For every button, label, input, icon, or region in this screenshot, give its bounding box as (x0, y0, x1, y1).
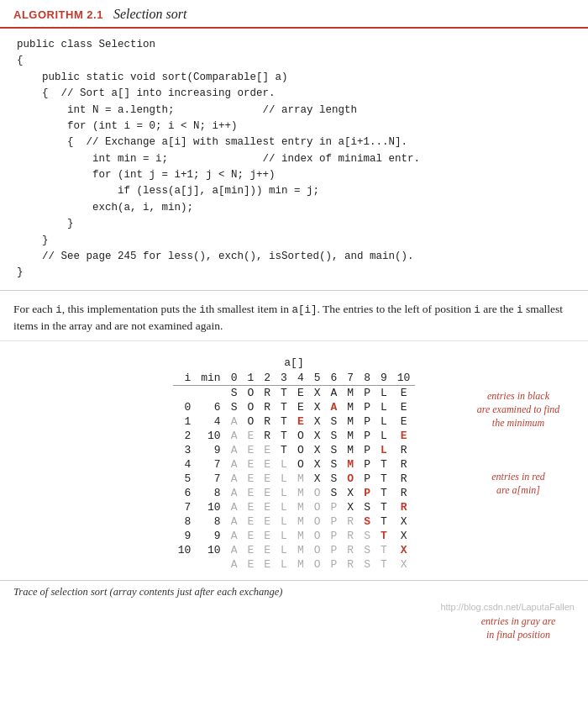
trace-section: a[] imin012345678910 SORTEXAMPLE06SORTEX… (0, 341, 588, 577)
algo-label: ALGORITHM 2.1 (13, 8, 103, 21)
table-row: AEELMOPRSTX (173, 557, 416, 572)
description: For each i, this implementation puts the… (0, 291, 588, 341)
table-row: 1010AEELMOPRSTX (173, 543, 416, 557)
table-row: 88AEELMOPRSTX (173, 514, 416, 529)
code-block: public class Selection { public static v… (0, 29, 588, 291)
table-row: 210AERTOXSMPLE (173, 429, 416, 443)
table-row: SORTEXAMPLE (173, 385, 416, 400)
table-row: 99AEELMOPRSTX (173, 529, 416, 543)
watermark: http://blog.csdn.net/LaputaFallen (0, 600, 588, 615)
trace-caption: Trace of selection sort (array contents … (0, 580, 588, 600)
table-row: 710AEELMOPXSTR (173, 500, 416, 514)
annotation-black-entries: entries in blackare examined to findthe … (464, 389, 573, 430)
table-row: 68AEELMOSXPTR (173, 486, 416, 500)
array-label: a[] (13, 356, 575, 369)
table-row: 14AORTEXSMPLE (173, 414, 416, 429)
table-row: 39AEETOXSMPLR (173, 443, 416, 457)
annotation-gray-entries: entries in gray arein final position (464, 614, 573, 641)
table-row: 06SORTEXAMPLE (173, 400, 416, 414)
code-content: public class Selection { public static v… (17, 37, 571, 282)
trace-table: imin012345678910 SORTEXAMPLE06SORTEXAMPL… (173, 371, 416, 572)
annotation-red-entries: entries in redare a[min] (464, 470, 573, 497)
table-row: 57AEELMXSOPTR (173, 472, 416, 486)
algo-title: Selection sort (113, 7, 187, 22)
table-row: 47AEELOXSMPTR (173, 457, 416, 472)
algo-header: ALGORITHM 2.1 Selection sort (0, 0, 588, 29)
